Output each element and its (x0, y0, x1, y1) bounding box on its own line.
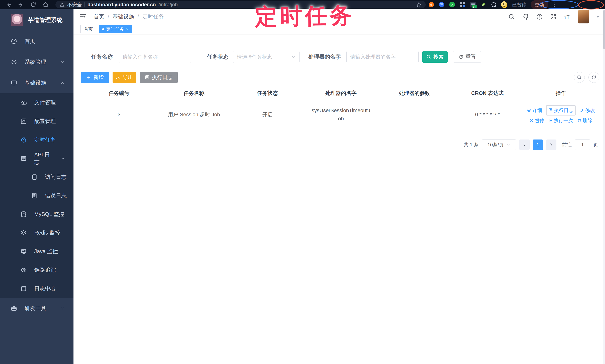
exec-log-button[interactable]: 执行日志 (140, 72, 178, 83)
fullscreen-icon[interactable] (550, 13, 557, 20)
table-settings (574, 72, 599, 83)
total-count: 共 1 条 (464, 142, 479, 148)
url-host: dashboard.yudao.iocoder.cn (87, 2, 156, 8)
job-status-placeholder: 请选择任务状态 (237, 53, 272, 60)
cell-job-name: 用户 Session 超时 Job (157, 111, 231, 118)
tag-home[interactable]: 首页 (80, 25, 96, 33)
github-icon[interactable] (522, 13, 529, 20)
sidebar-toggle-button[interactable] (79, 13, 87, 20)
user-avatar[interactable] (578, 10, 589, 24)
reset-button-label: 重置 (465, 53, 476, 60)
extension-grid-icon[interactable] (460, 2, 465, 8)
browser-home-button[interactable] (42, 1, 49, 8)
sidebar-submenu-infrastructure: 文件管理 配置管理 定时任务 API 日志 访问日志 错误日志 (0, 93, 74, 298)
java-monitor-icon (20, 248, 27, 255)
sidebar-item-mysql-monitor[interactable]: MySQL 监控 (0, 205, 74, 223)
sidebar-item-label: 日志中心 (34, 285, 56, 292)
sidebar-item-error-log[interactable]: 错误日志 (0, 186, 74, 205)
add-button[interactable]: 新增 (81, 72, 109, 83)
extension-target-icon[interactable] (428, 2, 434, 8)
exec-log-link[interactable]: 执行日志 (546, 105, 576, 116)
database-icon (20, 211, 27, 217)
sidebar-item-home[interactable]: 首页 (0, 31, 74, 52)
breadcrumb-infrastructure[interactable]: 基础设施 (113, 13, 134, 20)
run-once-link[interactable]: 执行一次 (548, 117, 573, 124)
download-icon (116, 75, 120, 80)
toggle-search-button[interactable] (574, 72, 585, 83)
filter-form: 任务名称 任务状态 请选择任务状态 处理器的名字 搜索 重置 (91, 51, 481, 63)
current-page-button[interactable]: 1 (533, 140, 543, 150)
cell-job-status: 开启 (231, 111, 304, 118)
browser-reload-button[interactable] (30, 1, 37, 8)
sidebar-item-label: 定时任务 (34, 136, 56, 143)
log-edit-icon (20, 155, 27, 162)
sidebar-item-system[interactable]: 系统管理 (0, 52, 74, 73)
tag-close-icon[interactable]: × (126, 27, 129, 32)
next-page-button[interactable] (546, 140, 556, 150)
sidebar-item-java-monitor[interactable]: Java 监控 (0, 242, 74, 261)
chevron-down-icon (60, 306, 65, 311)
address-bar[interactable]: 不安全 dashboard.yudao.iocoder.cn /infra/jo… (55, 1, 426, 8)
breadcrumb-home[interactable]: 首页 (93, 13, 104, 20)
sidebar-item-log-center[interactable]: 日志中心 (0, 279, 74, 298)
svg-text:T: T (567, 14, 570, 20)
tag-scheduled-jobs[interactable]: 定时任务 × (99, 25, 132, 33)
page-scrollbar[interactable] (603, 9, 605, 364)
breadcrumb: 首页 / 基础设施 / 定时任务 (93, 13, 164, 20)
add-button-label: 新增 (93, 74, 104, 81)
navbar-actions: TT (508, 10, 599, 24)
sidebar-item-api-log[interactable]: API 日志 (0, 149, 74, 168)
font-size-icon[interactable]: TT (564, 13, 571, 20)
help-icon[interactable] (536, 13, 543, 20)
sidebar: 芋道管理系统 首页 系统管理 基础设施 文件管理 配置管理 (0, 9, 74, 364)
extension-blue-icon[interactable] (439, 2, 445, 8)
job-status-select[interactable]: 请选择任务状态 (233, 51, 300, 63)
breadcrumb-separator: / (137, 13, 139, 20)
job-name-input[interactable] (123, 54, 187, 60)
sidebar-item-infrastructure[interactable]: 基础设施 (0, 73, 74, 93)
sidebar-item-access-log[interactable]: 访问日志 (0, 168, 74, 186)
handler-name-input[interactable] (350, 54, 415, 60)
scrollbar-thumb[interactable] (603, 10, 605, 49)
refresh-table-button[interactable] (589, 72, 599, 83)
reset-button[interactable]: 重置 (453, 51, 481, 63)
col-actions: 操作 (524, 90, 598, 97)
sidebar-item-config-management[interactable]: 配置管理 (0, 112, 74, 130)
browser-forward-button[interactable] (17, 1, 25, 8)
col-handler-param: 处理器的参数 (378, 90, 451, 97)
edit-link[interactable]: 修改 (580, 107, 595, 114)
document-icon (31, 193, 38, 199)
sidebar-item-redis-monitor[interactable]: Redis 监控 (0, 223, 74, 242)
pause-link[interactable]: 暂停 (529, 117, 544, 124)
app-logo[interactable]: 芋道管理系统 (0, 9, 74, 31)
bookmark-star-icon[interactable] (416, 2, 421, 7)
extension-check-icon[interactable] (449, 2, 455, 8)
delete-link[interactable]: 删除 (577, 117, 592, 124)
avatar-caret-icon[interactable] (596, 16, 599, 18)
cloud-upload-icon (20, 100, 27, 106)
extensions-puzzle-icon[interactable] (491, 2, 497, 8)
extension-leaf-icon[interactable] (480, 2, 486, 8)
exec-log-button-label: 执行日志 (152, 74, 173, 81)
emoji-extension-icon[interactable] (501, 2, 507, 8)
browser-back-button[interactable] (5, 1, 12, 8)
search-button[interactable]: 搜索 (422, 51, 447, 63)
sidebar-item-label: 基础设施 (25, 79, 46, 87)
export-button[interactable]: 导出 (113, 72, 136, 83)
search-icon (426, 54, 431, 59)
extension-on-icon[interactable]: on (470, 2, 476, 8)
chevron-up-icon (60, 80, 65, 85)
cell-handler-name: sysUserSessionTimeoutJob (304, 106, 378, 123)
detail-link[interactable]: 详细 (527, 107, 542, 114)
search-icon[interactable] (508, 13, 515, 20)
goto-page-input[interactable] (575, 140, 590, 150)
sidebar-item-scheduled-jobs[interactable]: 定时任务 (0, 130, 74, 149)
chevron-down-icon (291, 55, 296, 59)
prev-page-button[interactable] (519, 140, 530, 150)
sidebar-item-trace[interactable]: 链路追踪 (0, 261, 74, 279)
sidebar-item-file-management[interactable]: 文件管理 (0, 93, 74, 112)
address-divider (84, 2, 85, 7)
page-size-select[interactable]: 10条/页 (482, 140, 516, 150)
page-unit-label: 页 (593, 142, 598, 148)
sidebar-item-dev-tools[interactable]: 研发工具 (0, 298, 74, 319)
